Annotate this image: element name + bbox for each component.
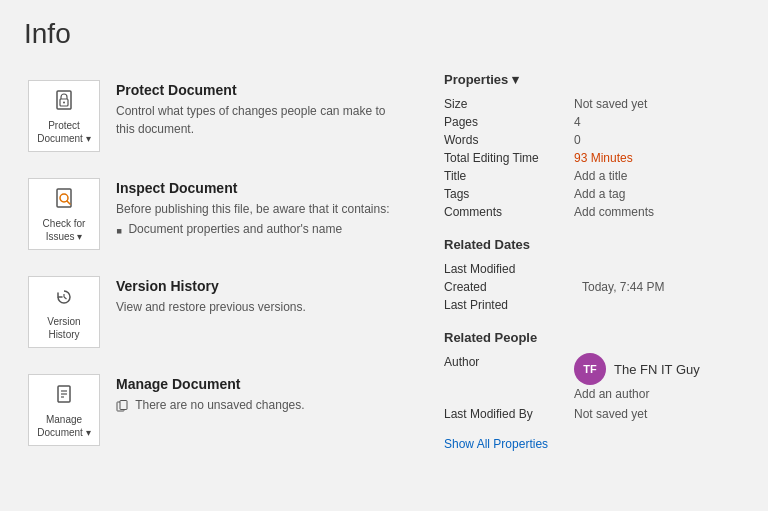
prop-label-pages: Pages xyxy=(444,113,574,131)
date-label-last-modified: Last Modified xyxy=(444,262,574,276)
check-for-issues-button[interactable]: Check for Issues ▾ xyxy=(28,178,100,250)
manage-icon-label: Manage Document ▾ xyxy=(37,413,90,439)
show-all-properties-link[interactable]: Show All Properties xyxy=(444,437,548,451)
manage-card-desc: There are no unsaved changes. xyxy=(116,396,392,414)
date-label-last-printed: Last Printed xyxy=(444,298,574,312)
related-people-header: Related People xyxy=(444,330,744,345)
prop-row-pages: Pages 4 xyxy=(444,113,744,131)
svg-point-2 xyxy=(63,102,65,104)
properties-table: Size Not saved yet Pages 4 Words 0 Total… xyxy=(444,95,744,221)
last-modified-by-row: Last Modified By Not saved yet xyxy=(444,407,744,421)
prop-value-tags: Add a tag xyxy=(574,185,744,203)
prop-label-size: Size xyxy=(444,95,574,113)
prop-value-size: Not saved yet xyxy=(574,95,744,113)
prop-row-tags: Tags Add a tag xyxy=(444,185,744,203)
prop-value-title: Add a title xyxy=(574,167,744,185)
author-avatar: TF xyxy=(574,353,606,385)
protect-icon-label: Protect Document ▾ xyxy=(37,119,90,145)
version-card: Version History Version History View and… xyxy=(20,266,400,358)
prop-row-title: Title Add a title xyxy=(444,167,744,185)
date-label-created: Created xyxy=(444,280,574,294)
prop-value-editing-time: 93 Minutes xyxy=(574,149,744,167)
prop-label-tags: Tags xyxy=(444,185,574,203)
svg-rect-3 xyxy=(57,189,71,207)
prop-value-pages: 4 xyxy=(574,113,744,131)
protect-card-title: Protect Document xyxy=(116,82,392,98)
author-label: Author xyxy=(444,353,574,369)
prop-label-words: Words xyxy=(444,131,574,149)
author-main: TF The FN IT Guy xyxy=(574,353,700,385)
prop-row-size: Size Not saved yet xyxy=(444,95,744,113)
bullet-icon: ▪ xyxy=(116,222,122,240)
inspect-bullet-text: Document properties and author's name xyxy=(128,222,342,236)
properties-header: Properties ▾ xyxy=(444,72,744,87)
prop-label-editing-time: Total Editing Time xyxy=(444,149,574,167)
manage-card-title: Manage Document xyxy=(116,376,392,392)
date-row-last-modified: Last Modified xyxy=(444,260,744,278)
related-people-section: Related People Author TF The FN IT Guy A… xyxy=(444,330,744,421)
protect-card-desc: Control what types of changes people can… xyxy=(116,102,392,138)
last-modified-by-value: Not saved yet xyxy=(574,407,647,421)
version-card-title: Version History xyxy=(116,278,392,294)
author-row: Author TF The FN IT Guy Add an author xyxy=(444,353,744,401)
manage-card: Manage Document ▾ Manage Document There … xyxy=(20,364,400,456)
date-value-created: Today, 7:44 PM xyxy=(582,280,665,294)
svg-line-6 xyxy=(64,297,67,299)
inspect-card-desc: Before publishing this file, be aware th… xyxy=(116,200,392,218)
version-card-desc: View and restore previous versions. xyxy=(116,298,392,316)
date-row-last-printed: Last Printed xyxy=(444,296,744,314)
right-panel: Properties ▾ Size Not saved yet Pages 4 … xyxy=(420,60,768,511)
version-icon-label: Version History xyxy=(47,315,80,341)
protect-document-button[interactable]: Protect Document ▾ xyxy=(28,80,100,152)
inspect-card: Check for Issues ▾ Inspect Document Befo… xyxy=(20,168,400,260)
inspect-card-title: Inspect Document xyxy=(116,180,392,196)
protect-card: Protect Document ▾ Protect Document Cont… xyxy=(20,70,400,162)
prop-value-words: 0 xyxy=(574,131,744,149)
related-dates-section: Related Dates Last Modified Created Toda… xyxy=(444,237,744,314)
prop-row-words: Words 0 xyxy=(444,131,744,149)
manage-document-button[interactable]: Manage Document ▾ xyxy=(28,374,100,446)
inspect-card-text: Inspect Document Before publishing this … xyxy=(116,178,392,240)
prop-label-title: Title xyxy=(444,167,574,185)
page-title: Info xyxy=(0,0,768,60)
left-panel: Protect Document ▾ Protect Document Cont… xyxy=(0,60,420,511)
author-name: The FN IT Guy xyxy=(614,362,700,377)
version-card-text: Version History View and restore previou… xyxy=(116,276,392,316)
prop-value-comments: Add comments xyxy=(574,203,744,221)
properties-section: Properties ▾ Size Not saved yet Pages 4 … xyxy=(444,72,744,221)
date-row-created: Created Today, 7:44 PM xyxy=(444,278,744,296)
protect-card-text: Protect Document Control what types of c… xyxy=(116,80,392,138)
version-history-button[interactable]: Version History xyxy=(28,276,100,348)
add-author-link[interactable]: Add an author xyxy=(574,387,700,401)
svg-rect-12 xyxy=(120,400,127,409)
related-dates-header: Related Dates xyxy=(444,237,744,252)
prop-row-editing-time: Total Editing Time 93 Minutes xyxy=(444,149,744,167)
inspect-bullet: ▪ Document properties and author's name xyxy=(116,222,392,240)
author-info: TF The FN IT Guy Add an author xyxy=(574,353,700,401)
prop-row-comments: Comments Add comments xyxy=(444,203,744,221)
prop-label-comments: Comments xyxy=(444,203,574,221)
last-modified-by-label: Last Modified By xyxy=(444,407,574,421)
check-issues-icon-label: Check for Issues ▾ xyxy=(43,217,86,243)
manage-card-text: Manage Document There are no unsaved cha… xyxy=(116,374,392,414)
